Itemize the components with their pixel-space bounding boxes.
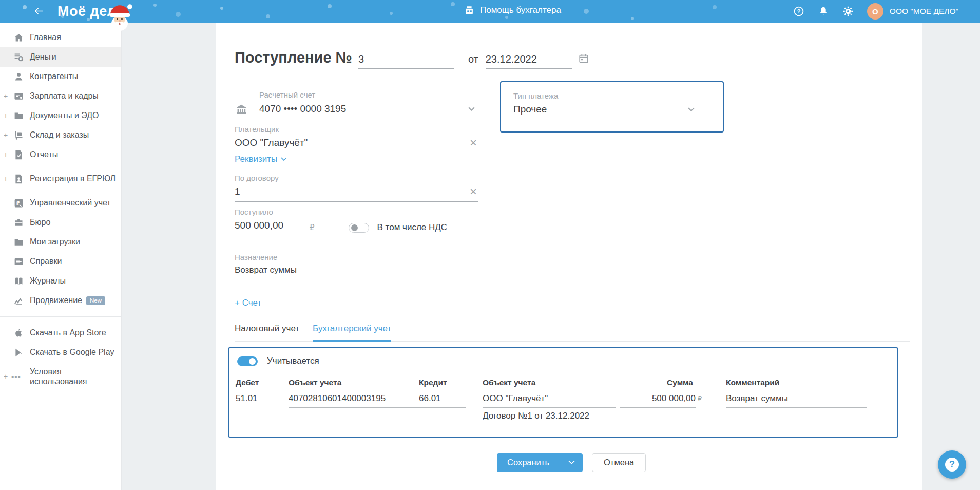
column-header-credit: Кредит (419, 378, 447, 387)
bell-icon[interactable] (818, 6, 829, 17)
certificates-icon (13, 256, 24, 267)
sidebar-item-label: Управленческий учет (30, 198, 111, 208)
date-input[interactable] (486, 53, 572, 69)
comment-input[interactable] (726, 393, 867, 408)
amount-received-input[interactable] (235, 220, 302, 235)
field-label: Поступило (235, 208, 447, 216)
sidebar-item-warehouse[interactable]: Склад и заказы (0, 125, 121, 145)
help-center-button[interactable]: Помощь бухгалтера (464, 5, 561, 16)
snow-decoration (0, 0, 2, 2)
chevron-down-icon (688, 107, 695, 112)
purpose-input[interactable] (235, 265, 910, 280)
sidebar-item-money[interactable]: Деньги (0, 47, 121, 67)
chevron-down-icon (568, 460, 575, 465)
tabs: Налоговый учет Бухгалтерский учет (235, 324, 910, 342)
cashbox-icon (464, 5, 475, 16)
warehouse-icon (13, 130, 24, 141)
gear-icon[interactable] (842, 6, 854, 17)
avatar: О (867, 3, 883, 20)
requisites-link[interactable]: Реквизиты (235, 154, 287, 164)
debit-account-value: 51.01 (236, 393, 282, 404)
reports-icon (13, 149, 24, 160)
top-bar: Моё дело Помощь бухгалтера О ООО "МОЕ ДЕ… (0, 0, 980, 23)
cancel-button[interactable]: Отмена (592, 453, 646, 472)
column-header-comment: Комментарий (726, 378, 779, 387)
clear-icon[interactable]: × (469, 187, 478, 196)
save-options-button[interactable] (560, 453, 583, 472)
help-fab[interactable]: ? (938, 450, 966, 479)
question-icon: ? (945, 458, 959, 472)
field-label: По договору (235, 174, 478, 182)
sidebar-item-label: Бюро (30, 218, 50, 227)
payment-type-value: Прочее (513, 104, 547, 115)
bureau-icon (13, 217, 24, 228)
field-label: Тип платежа (513, 91, 710, 100)
question-icon[interactable] (793, 6, 804, 17)
purpose-field: Назначение (235, 253, 910, 280)
contract-input[interactable] (235, 186, 469, 197)
column-header-debit: Дебет (236, 378, 259, 387)
bank-icon (235, 103, 248, 115)
clear-icon[interactable]: × (469, 139, 478, 147)
sidebar-item-promotion[interactable]: Продвижение New (0, 291, 121, 310)
payment-type-box: Тип платежа Прочее (500, 81, 724, 133)
document-number-input[interactable] (358, 53, 454, 69)
sidebar-item-app-store[interactable]: Скачать в App Store (0, 323, 121, 343)
vat-toggle[interactable] (349, 223, 369, 233)
sidebar-divider (0, 316, 121, 317)
account-select[interactable]: 4070 •••• 0000 3195 (235, 103, 475, 120)
payer-field: Плательщик × (235, 125, 478, 153)
help-center-label: Помощь бухгалтера (480, 5, 561, 15)
account-menu[interactable]: О ООО "МОЕ ДЕЛО" (867, 3, 958, 20)
salary-icon (13, 91, 24, 102)
contract-field: По договору × (235, 174, 478, 202)
sidebar-item-label: Главная (30, 33, 61, 42)
ruble-symbol: ₽ (698, 394, 702, 402)
field-label: Назначение (235, 253, 910, 261)
sidebar-item-journals[interactable]: Журналы (0, 271, 121, 291)
credit-account-input[interactable] (419, 393, 466, 408)
payment-type-select[interactable]: Прочее (513, 104, 695, 120)
sidebar-item-bureau[interactable]: Бюро (0, 213, 121, 232)
column-header-debit-object: Объект учета (289, 378, 341, 387)
add-account-link[interactable]: + Счет (235, 298, 261, 308)
chevron-down-icon (468, 107, 475, 111)
sidebar-item-google-play[interactable]: Скачать в Google Play (0, 343, 121, 362)
credit-contract-input[interactable] (483, 411, 616, 425)
save-button[interactable]: Сохранить (497, 453, 560, 472)
sidebar-item-management[interactable]: Управленческий учет (0, 193, 121, 213)
payer-input[interactable] (235, 137, 469, 148)
accounted-toggle[interactable] (237, 356, 258, 366)
main-area: Поступление № от Расчетный счет 4070 •••… (122, 23, 980, 490)
tab-bookkeeping[interactable]: Бухгалтерский учет (313, 324, 391, 342)
sidebar-item-documents[interactable]: Документы и ЭДО (0, 106, 121, 125)
field-label: Плательщик (235, 125, 478, 134)
sidebar-item-label: Справки (30, 257, 62, 266)
promotion-icon (13, 295, 24, 306)
sidebar-item-label: Продвижение (30, 296, 82, 305)
sidebar-item-terms[interactable]: ••• Условия использования (0, 362, 121, 391)
amount-input[interactable] (620, 393, 696, 408)
credit-object-input[interactable] (483, 393, 616, 408)
account-name: ООО "МОЕ ДЕЛО" (890, 7, 958, 16)
sidebar-item-reports[interactable]: Отчеты (0, 145, 121, 164)
requisites-label: Реквизиты (235, 154, 277, 164)
bookkeeping-box: Учитывается Дебет Объект учета Кредит Об… (228, 347, 898, 438)
sidebar-item-certificates[interactable]: Справки (0, 252, 121, 271)
journals-icon (13, 276, 24, 287)
sidebar-item-label: Скачать в Google Play (30, 348, 114, 357)
calendar-icon[interactable] (578, 53, 589, 64)
sidebar-item-salary[interactable]: Зарплата и кадры (0, 86, 121, 106)
registration-icon (13, 174, 24, 184)
sidebar-item-downloads[interactable]: Мои загрузки (0, 232, 121, 252)
debit-object-input[interactable] (289, 393, 424, 408)
sidebar-item-contractors[interactable]: Контрагенты (0, 67, 121, 86)
santa-illustration (103, 1, 137, 33)
back-button[interactable] (33, 6, 45, 17)
field-label: Расчетный счет (259, 90, 475, 99)
sidebar-item-label: Скачать в App Store (30, 328, 106, 337)
sidebar-item-registration[interactable]: Регистрация в ЕГРЮЛ (0, 164, 121, 193)
tab-tax-accounting[interactable]: Налоговый учет (235, 324, 299, 342)
vat-toggle-label: В том числе НДС (377, 222, 448, 233)
sidebar-item-label: Документы и ЭДО (30, 111, 99, 120)
